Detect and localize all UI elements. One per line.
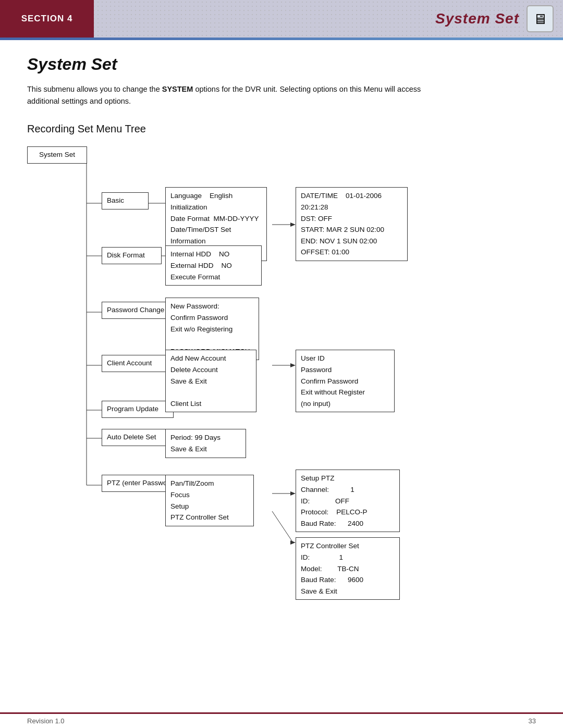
svg-marker-18 (290, 363, 296, 367)
tree-col2-client: Add New Account Delete Account Save & Ex… (165, 350, 256, 412)
tree-col2-disk: Internal HDD NO External HDD NO Execute … (165, 245, 262, 286)
tree-col3-basic: DATE/TIME 01-01-2006 20:21:28 DST: OFF S… (296, 187, 408, 261)
menu-tree-diagram: System Set Basic Disk Format Password Ch… (27, 146, 533, 657)
intro-text-before: This submenu allows you to change the (27, 85, 162, 93)
tree-root-box: System Set (27, 146, 87, 164)
tree-col3-ptz-setup: Setup PTZ Channel: 1 ID: OFF Protocol: P… (296, 470, 400, 532)
svg-marker-22 (290, 540, 296, 545)
intro-paragraph: This submenu allows you to change the SY… (27, 83, 444, 107)
tree-col2-ptz: Pan/Tilt/Zoom Focus Setup PTZ Controller… (165, 475, 254, 526)
header-right: System Set 🖥 (94, 0, 563, 38)
tree-node-client-account: Client Account (102, 355, 168, 372)
tree-node-basic: Basic (102, 192, 149, 209)
computer-icon: 🖥 (533, 10, 547, 28)
page-footer: Revision 1.0 33 (0, 712, 563, 728)
section-label: SECTION 4 (21, 14, 73, 24)
header-title: System Set (435, 10, 519, 27)
page-title: System Set (27, 55, 536, 74)
footer-revision: Revision 1.0 (27, 717, 65, 725)
svg-marker-16 (290, 223, 296, 227)
svg-marker-20 (290, 491, 296, 496)
tree-node-auto-delete: Auto Delete Set (102, 429, 169, 446)
section-badge: SECTION 4 (0, 0, 94, 38)
page-header: SECTION 4 System Set 🖥 (0, 0, 563, 38)
tree-node-disk-format: Disk Format (102, 247, 162, 264)
main-content: System Set This submenu allows you to ch… (0, 40, 563, 678)
tree-col3-client: User ID Password Confirm Password Exit w… (296, 350, 395, 412)
intro-bold: SYSTEM (162, 85, 193, 93)
tree-col3-ptz-controller: PTZ Controller Set ID: 1 Model: TB-CN Ba… (296, 537, 400, 600)
svg-line-21 (272, 511, 293, 542)
tree-node-program-update: Program Update (102, 401, 174, 418)
footer-page-number: 33 (529, 717, 536, 725)
section-subtitle: Recording Set Menu Tree (27, 123, 536, 135)
tree-col2-auto-delete: Period: 99 Days Save & Exit (165, 429, 246, 458)
header-icon: 🖥 (527, 5, 554, 32)
